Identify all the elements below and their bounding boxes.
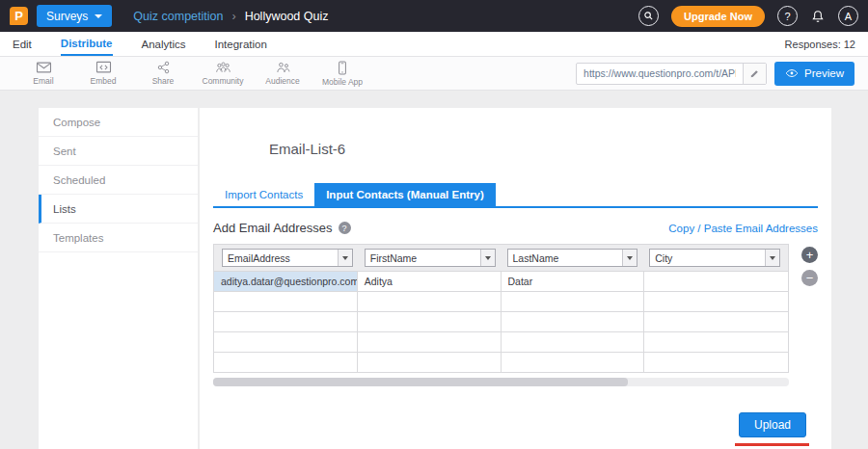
page-title: Email-List-6 <box>269 141 818 157</box>
survey-nav-bar: Edit Distribute Analytics Integration Re… <box>0 32 868 57</box>
cell-email[interactable] <box>214 353 358 372</box>
sidebar-item-compose[interactable]: Compose <box>39 108 198 137</box>
cell-first-name[interactable] <box>358 312 502 331</box>
contacts-table-header: EmailAddress FirstName LastName <box>213 244 789 272</box>
survey-url-box <box>576 63 767 85</box>
first-name-column-select[interactable]: FirstName <box>365 249 496 267</box>
toolbar-item-label: Email <box>33 76 53 86</box>
search-icon[interactable] <box>638 6 659 26</box>
sidebar-item-templates[interactable]: Templates <box>39 224 198 252</box>
embed-icon <box>95 61 112 74</box>
cell-city[interactable] <box>644 292 788 311</box>
cell-last-name[interactable]: Datar <box>502 272 645 291</box>
cell-city[interactable] <box>644 272 788 291</box>
cell-last-name[interactable] <box>502 312 645 331</box>
chevron-down-icon <box>765 250 779 266</box>
preview-button[interactable]: Preview <box>774 62 854 86</box>
cell-last-name[interactable] <box>502 332 645 352</box>
distribute-toolbar: Email Embed Share Community Audience Mob… <box>0 57 868 91</box>
table-row <box>213 292 789 312</box>
toolbar-item-label: Community <box>203 76 244 86</box>
toolbar-item-embed[interactable]: Embed <box>73 61 133 86</box>
tab-import-contacts[interactable]: Import Contacts <box>213 183 314 206</box>
column-header-cell: FirstName <box>359 249 502 267</box>
survey-url-input[interactable] <box>577 67 743 79</box>
scrollbar-thumb[interactable] <box>213 378 628 386</box>
toolbar-item-label: Embed <box>91 76 117 86</box>
tab-distribute[interactable]: Distribute <box>61 32 113 56</box>
sidebar-item-sent[interactable]: Sent <box>39 137 198 166</box>
cell-email[interactable] <box>214 332 358 352</box>
cell-first-name[interactable] <box>358 292 502 311</box>
copy-paste-email-addresses-link[interactable]: Copy / Paste Email Addresses <box>668 223 818 234</box>
edit-url-pencil-icon[interactable] <box>743 64 766 84</box>
column-header-cell: EmailAddress <box>216 249 359 267</box>
cell-first-name[interactable] <box>358 353 502 372</box>
sidebar-item-scheduled[interactable]: Scheduled <box>39 166 198 195</box>
email-address-column-select[interactable]: EmailAddress <box>222 249 353 267</box>
horizontal-scrollbar[interactable] <box>213 378 789 386</box>
column-header-cell: City <box>643 249 786 267</box>
cell-first-name[interactable]: Aditya <box>358 272 502 291</box>
toolbar-item-share[interactable]: Share <box>133 61 193 86</box>
contacts-table-zone: EmailAddress FirstName LastName <box>213 244 818 386</box>
content-area: Compose Sent Scheduled Lists Templates E… <box>0 91 868 449</box>
tab-edit[interactable]: Edit <box>13 32 32 56</box>
select-value: FirstName <box>366 252 480 264</box>
email-list-panel: Email-List-6 Import Contacts Input Conta… <box>200 108 831 449</box>
city-column-select[interactable]: City <box>649 249 780 267</box>
toolbar-item-mobile-app[interactable]: Mobile App <box>312 61 372 87</box>
tab-integration[interactable]: Integration <box>215 32 267 56</box>
remove-row-button[interactable]: − <box>801 270 818 286</box>
responses-count[interactable]: Responses: 12 <box>785 39 855 50</box>
contacts-table: EmailAddress FirstName LastName <box>213 244 789 386</box>
toolbar-item-email[interactable]: Email <box>14 61 73 86</box>
upgrade-now-button[interactable]: Upgrade Now <box>671 6 765 27</box>
table-row: aditya.datar@questionpro.com Aditya Data… <box>213 272 789 292</box>
table-row <box>213 353 789 373</box>
cell-email[interactable] <box>214 292 358 311</box>
add-row-button[interactable]: + <box>801 247 818 263</box>
column-header-cell: LastName <box>502 249 644 267</box>
cell-city[interactable] <box>644 332 788 352</box>
cell-last-name[interactable] <box>502 292 645 311</box>
top-bar: P Surveys Quiz competition › Hollywood Q… <box>0 0 868 32</box>
chevron-down-icon <box>480 250 495 266</box>
eye-icon <box>785 68 799 78</box>
help-icon[interactable]: ? <box>777 6 798 26</box>
toolbar-item-community[interactable]: Community <box>193 61 253 86</box>
table-row <box>213 312 789 332</box>
cell-last-name[interactable] <box>502 353 645 372</box>
chevron-down-icon <box>338 250 352 266</box>
last-name-column-select[interactable]: LastName <box>507 249 638 267</box>
breadcrumb: Quiz competition › Hollywood Quiz <box>133 10 328 23</box>
questionpro-logo[interactable]: P <box>10 7 28 25</box>
cell-city[interactable] <box>644 353 788 372</box>
help-badge-icon[interactable]: ? <box>339 222 351 234</box>
table-row <box>213 332 789 353</box>
cell-city[interactable] <box>644 312 788 331</box>
user-avatar[interactable]: A <box>838 6 858 26</box>
select-value: City <box>650 252 765 264</box>
toolbar-item-label: Mobile App <box>322 77 363 87</box>
tab-analytics[interactable]: Analytics <box>142 32 186 56</box>
breadcrumb-separator: › <box>231 10 235 23</box>
toolbar-right: Preview <box>576 62 854 86</box>
chevron-down-icon <box>95 14 102 18</box>
upload-button[interactable]: Upload <box>739 412 806 437</box>
sidebar-item-lists[interactable]: Lists <box>39 195 198 224</box>
toolbar-item-label: Share <box>152 76 175 86</box>
select-value: LastName <box>508 252 623 264</box>
cell-first-name[interactable] <box>358 332 502 352</box>
contacts-tabs: Import Contacts Input Contacts (Manual E… <box>213 183 818 208</box>
email-icon <box>36 61 52 74</box>
community-icon <box>214 61 232 74</box>
breadcrumb-survey-link[interactable]: Quiz competition <box>133 10 223 23</box>
tab-input-contacts-manual-entry[interactable]: Input Contacts (Manual Entry) <box>314 183 496 206</box>
notifications-bell-icon[interactable] <box>810 9 826 24</box>
select-value: EmailAddress <box>223 252 338 264</box>
toolbar-item-audience[interactable]: Audience <box>253 61 312 86</box>
surveys-menu-button[interactable]: Surveys <box>37 5 112 27</box>
cell-email[interactable]: aditya.datar@questionpro.com <box>214 272 358 291</box>
cell-email[interactable] <box>214 312 358 331</box>
